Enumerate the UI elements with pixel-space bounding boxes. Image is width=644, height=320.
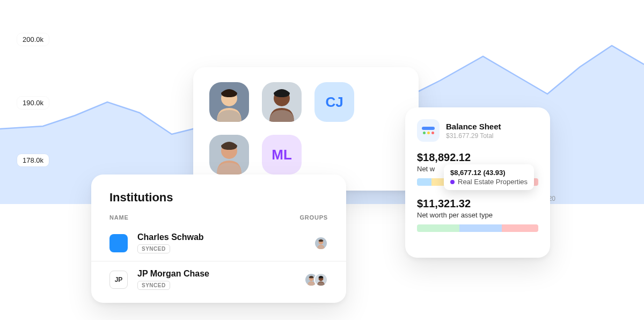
group-member-avatar — [314, 236, 328, 250]
balance-sheet-title: Balance Sheet — [446, 122, 501, 131]
avatar-ml[interactable]: ML — [262, 135, 302, 174]
section-amount: $18,892.12 — [417, 151, 538, 164]
stacked-bar[interactable] — [417, 224, 538, 232]
section-amount: $11,321.32 — [417, 198, 538, 210]
group-avatars — [304, 273, 328, 287]
section-label: Net worth per asset type — [417, 211, 538, 219]
institution-logo — [109, 234, 128, 252]
balance-section: $11,321.32Net worth per asset type — [417, 198, 538, 232]
y-axis-tick: 178.0k — [17, 154, 49, 166]
balance-sheet-icon — [417, 119, 440, 142]
avatar-2[interactable] — [262, 82, 302, 122]
y-axis-tick: 200.0k — [17, 33, 49, 46]
group-member-avatar — [314, 273, 328, 287]
y-axis-tick: 190.0k — [17, 97, 49, 109]
institution-name: JP Morgan Chase — [137, 269, 295, 279]
institution-row[interactable]: Charles SchwabSYNCED — [91, 225, 346, 261]
avatar-4[interactable] — [209, 135, 249, 174]
sync-status-badge: SYNCED — [137, 244, 170, 253]
bar-segment[interactable] — [502, 224, 538, 232]
institutions-title: Institutions — [91, 191, 346, 214]
people-card: CJML — [193, 67, 419, 191]
bar-segment[interactable] — [417, 178, 431, 186]
institution-row[interactable]: JPJP Morgan ChaseSYNCED — [91, 261, 346, 297]
institutions-table-header: NAME GROUPS — [91, 214, 346, 225]
tooltip-value: $8,677.12 (43.93) — [450, 169, 528, 177]
bar-segment[interactable] — [417, 224, 459, 232]
institution-name: Charles Schwab — [137, 232, 304, 242]
balance-section: $18,892.12Net w$8,677.12 (43.93)Real Est… — [417, 151, 538, 186]
institutions-card: Institutions NAME GROUPS Charles SchwabS… — [91, 174, 346, 303]
bar-segment[interactable] — [459, 224, 502, 232]
institution-logo: JP — [109, 271, 128, 289]
balance-sheet-total: $31.677.29 Total — [446, 132, 501, 140]
avatar-cj[interactable]: CJ — [314, 82, 354, 122]
sync-status-badge: SYNCED — [137, 281, 170, 290]
segment-tooltip: $8,677.12 (43.93)Real Estate Properties — [444, 164, 534, 190]
balance-sheet-card: Balance Sheet $31.677.29 Total $18,892.1… — [405, 107, 550, 258]
tooltip-label: Real Estate Properties — [450, 178, 528, 186]
column-name: NAME — [109, 214, 300, 221]
group-avatars — [314, 236, 328, 250]
avatar-1[interactable] — [209, 82, 249, 122]
column-groups: GROUPS — [300, 214, 328, 221]
